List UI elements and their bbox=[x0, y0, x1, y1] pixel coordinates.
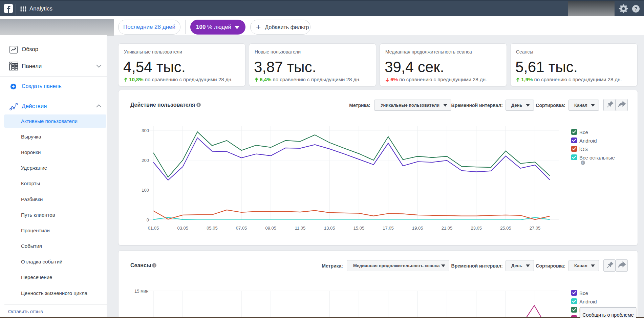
svg-text:17.05: 17.05 bbox=[383, 226, 394, 231]
svg-text:15.05: 15.05 bbox=[353, 226, 365, 231]
svg-text:200: 200 bbox=[142, 158, 149, 163]
svg-text:0: 0 bbox=[147, 217, 149, 222]
svg-text:09.05: 09.05 bbox=[265, 226, 277, 231]
svg-text:27.05: 27.05 bbox=[530, 226, 541, 231]
svg-text:13.05: 13.05 bbox=[324, 226, 335, 231]
svg-text:300: 300 bbox=[142, 128, 149, 133]
svg-text:100: 100 bbox=[142, 188, 149, 193]
svg-text:07.05: 07.05 bbox=[236, 226, 247, 231]
svg-text:03.05: 03.05 bbox=[177, 226, 188, 231]
svg-text:23.05: 23.05 bbox=[471, 226, 482, 231]
svg-text:01.05: 01.05 bbox=[148, 226, 159, 231]
svg-text:19.05: 19.05 bbox=[412, 226, 423, 231]
svg-text:11.05: 11.05 bbox=[295, 226, 306, 231]
svg-text:25.05: 25.05 bbox=[500, 226, 511, 231]
svg-text:05.05: 05.05 bbox=[207, 226, 218, 231]
svg-text:21.05: 21.05 bbox=[442, 226, 453, 231]
